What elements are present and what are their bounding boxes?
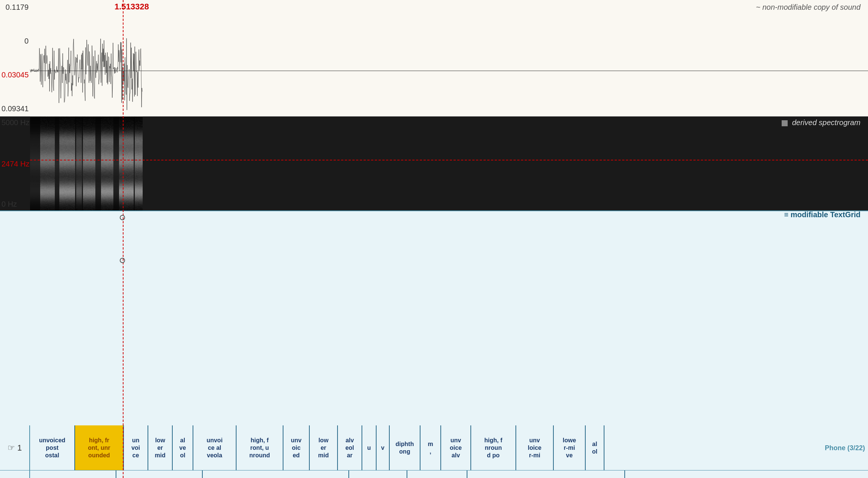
phone-cell[interactable]: unv loice r-mi <box>516 425 554 470</box>
phone-cell[interactable]: unv oic ed <box>283 425 310 470</box>
phone-cell[interactable]: diphth ong <box>390 425 420 470</box>
cursor-time-label: 1.513328 <box>115 2 149 12</box>
tier-1-content[interactable]: unvoiced post ostalhigh, fr ont, unr oun… <box>30 425 868 470</box>
word-cell[interactable]: seashells <box>203 470 349 478</box>
hz-5000-label: 5000 Hz <box>2 118 30 127</box>
phone-cell[interactable]: unvoiced post ostal <box>30 425 75 470</box>
tier-2-number: 2 <box>0 470 30 478</box>
tier-2-row[interactable]: 2 Shesellsseashellsbytheseashore Word (8… <box>0 470 868 478</box>
phone-cell[interactable]: al ve ol <box>173 425 193 470</box>
phone-cell[interactable]: un voi ce <box>124 425 148 470</box>
y-neg1-label: 0.03045 <box>2 71 29 79</box>
spectrogram-y-axis: 5000 Hz 2474 Hz 0 Hz <box>0 116 30 210</box>
tier-1-number: ☞ 1 <box>0 425 30 470</box>
phone-cell[interactable]: lowe r-mi ve <box>554 425 586 470</box>
waveform-canvas[interactable] <box>30 0 143 116</box>
waveform-panel[interactable]: 0.1179 0 0.03045 0.09341 ~ non-modifiabl… <box>0 0 868 116</box>
selection-circle-top <box>120 215 125 220</box>
non-modifiable-label: ~ non-modifiable copy of sound <box>756 3 860 12</box>
tier-1-row[interactable]: ☞ 1 unvoiced post ostalhigh, fr ont, unr… <box>0 425 868 470</box>
derived-icon <box>782 120 788 126</box>
phone-cell[interactable]: al ol <box>586 425 604 470</box>
y-neg2-label: 0.09341 <box>2 104 29 113</box>
hz-2474-label: 2474 Hz <box>2 160 30 168</box>
word-cell[interactable]: seashore <box>467 470 625 478</box>
phone-cell[interactable]: low er mid <box>148 425 173 470</box>
phone-cell[interactable]: high, f nroun d po <box>471 425 516 470</box>
modifiable-textgrid-label: ≡ modifiable TextGrid <box>784 210 860 219</box>
phone-cell[interactable]: high, f ront, u nround <box>237 425 283 470</box>
phone-tier-label: Phone (3/22) <box>822 443 868 452</box>
y-max-label: 0.1179 <box>2 3 29 12</box>
word-cell[interactable]: the <box>407 470 467 478</box>
phone-cell[interactable]: v <box>377 425 390 470</box>
spectrogram-canvas[interactable] <box>30 116 143 210</box>
zero-line <box>30 71 868 71</box>
tier-2-content[interactable]: Shesellsseashellsbytheseashore <box>30 470 868 478</box>
phone-cell[interactable]: low er mid <box>310 425 338 470</box>
phone-cell[interactable]: u <box>362 425 377 470</box>
phone-icon: ☞ <box>8 443 15 453</box>
waveform-y-axis: 0.1179 0 0.03045 0.09341 <box>0 0 30 116</box>
selection-circle-bottom <box>120 258 125 263</box>
hz-0-label: 0 Hz <box>2 200 17 209</box>
spectrogram-panel[interactable]: 5000 Hz 2474 Hz 0 Hz derived spectrogram <box>0 116 868 210</box>
phone-cell[interactable]: m , <box>420 425 441 470</box>
y-zero-label: 0 <box>2 37 29 45</box>
word-cell[interactable]: She <box>30 470 116 478</box>
phone-cell[interactable]: unvoi ce al veola <box>193 425 237 470</box>
textgrid-panel[interactable]: ☞ 1 unvoiced post ostalhigh, fr ont, unr… <box>0 210 868 478</box>
word-cell[interactable]: sells <box>116 470 203 478</box>
derived-spectrogram-label: derived spectrogram <box>782 118 860 127</box>
phone-cell[interactable]: unv oice alv <box>441 425 471 470</box>
word-cell[interactable]: by <box>349 470 407 478</box>
phone-cell[interactable]: high, fr ont, unr ounded <box>75 425 124 470</box>
phone-cell[interactable]: alv eol ar <box>338 425 362 470</box>
